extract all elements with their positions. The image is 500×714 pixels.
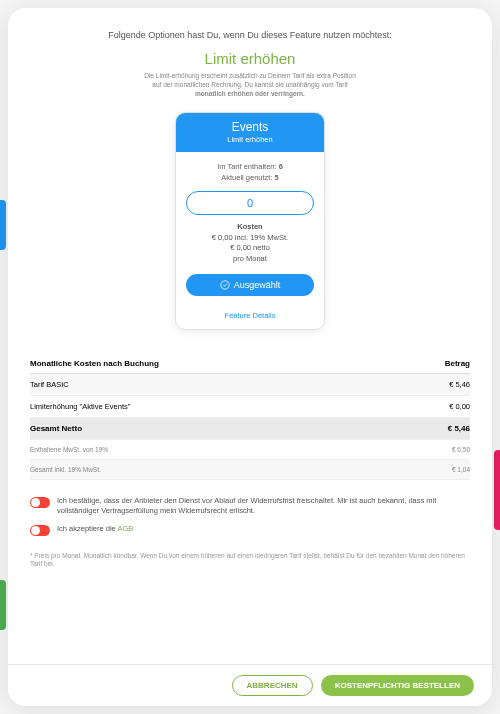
cost-table-header: Monatliche Kosten nach Buchung Betrag: [30, 354, 470, 374]
selected-button[interactable]: Ausgewählt: [186, 274, 314, 296]
footnote: * Preis pro Monat. Monatlich kündbar. We…: [30, 552, 470, 569]
card-info: Im Tarif enthalten: 6 Aktuell genutzt: 5: [186, 162, 314, 183]
confirm-agb-toggle[interactable]: [30, 525, 50, 536]
table-row: Limiterhöhung "Aktive Events" € 0,00: [30, 396, 470, 418]
subtitle: Die Limit-erhöhung erscheint zusätzlich …: [30, 71, 470, 98]
table-gross-row: Gesamt inkl. 19% MwSt. € 1,04: [30, 460, 470, 480]
svg-point-0: [221, 281, 229, 289]
page-title: Limit erhöhen: [30, 50, 470, 67]
confirm-widerruf-toggle[interactable]: [30, 497, 50, 508]
table-total-row: Gesamt Netto € 5,46: [30, 418, 470, 440]
card-header: Events Limit erhöhen: [176, 113, 324, 152]
order-button[interactable]: KOSTENPFLICHTIG BESTELLEN: [321, 675, 474, 696]
feature-card: Events Limit erhöhen Im Tarif enthalten:…: [175, 112, 325, 330]
intro-text: Folgende Optionen hast Du, wenn Du diese…: [30, 30, 470, 40]
confirm-agb-text: Ich akzeptiere die AGB: [57, 524, 133, 534]
feature-details-link[interactable]: Feature Details: [176, 304, 324, 329]
card-title: Events: [176, 120, 324, 134]
agb-link[interactable]: AGB: [117, 524, 133, 533]
confirm-agb-row: Ich akzeptiere die AGB: [30, 524, 470, 536]
confirm-widerruf-row: Ich bestätige, dass der Anbieter den Die…: [30, 496, 470, 516]
check-circle-icon: [220, 280, 230, 290]
table-tax-row: Enthaltene MwSt. von 19% € 6,50: [30, 440, 470, 460]
cancel-button[interactable]: ABBRECHEN: [232, 675, 313, 696]
confirm-widerruf-text: Ich bestätige, dass der Anbieter den Die…: [57, 496, 470, 516]
limit-input[interactable]: [186, 191, 314, 215]
modal-footer: ABBRECHEN KOSTENPFLICHTIG BESTELLEN: [8, 664, 492, 706]
table-row: Tarif BASIC € 5,46: [30, 374, 470, 396]
card-cost: Kosten € 0,00 incl. 19% MwSt. € 0,00 net…: [186, 222, 314, 264]
modal: Folgende Optionen hast Du, wenn Du diese…: [8, 8, 492, 706]
card-subtitle: Limit erhöhen: [176, 135, 324, 144]
